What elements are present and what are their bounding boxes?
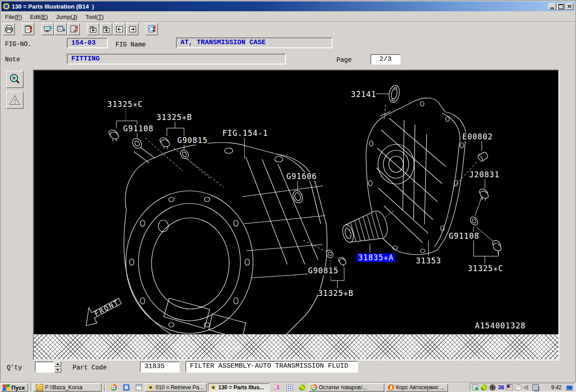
- fig-forward-button[interactable]: FIG.: [100, 23, 112, 35]
- part-label-G90815[interactable]: G90815: [177, 136, 207, 145]
- zoom-in-button[interactable]: [6, 71, 23, 88]
- diagram-panel: FRONT A154001328 31325✳CG9110831325✳BG90…: [33, 69, 559, 360]
- part-label-31325✳B[interactable]: 31325✳B: [318, 289, 354, 298]
- note-field[interactable]: FITTING: [67, 54, 286, 65]
- taskbar-button-остатки-товаров-[interactable]: Остатки товаров/...: [309, 383, 384, 392]
- desktop: 130 = Parts Illustration (B14 ) File(F)E…: [0, 0, 576, 392]
- close-icon: [567, 5, 571, 8]
- fig-no-field[interactable]: 154-03: [67, 38, 108, 48]
- part-label-31325✳C[interactable]: 31325✳C: [468, 264, 503, 273]
- preview-alert-button[interactable]: [146, 23, 158, 35]
- taskbar-divider: [104, 384, 106, 391]
- maximize-icon: [558, 4, 563, 9]
- part-label-G91108[interactable]: G91108: [123, 125, 153, 133]
- part-label-31325✳C[interactable]: 31325✳C: [107, 100, 143, 109]
- taskbar-button-label: F:\!Baza_Korsa: [45, 384, 83, 391]
- menu-jump[interactable]: Jump(J): [52, 13, 82, 21]
- part-name-field[interactable]: FILTER ASSEMBLY-AUTO TRANSMISSION FLUID: [185, 361, 358, 373]
- warning-button[interactable]: [6, 92, 23, 109]
- taskbar-button-label: Остатки товаров/...: [319, 384, 367, 391]
- bolt-glyph: [476, 188, 490, 202]
- icq-icon[interactable]: [299, 384, 305, 391]
- page-field[interactable]: 2/3: [370, 54, 401, 65]
- speaker-icon[interactable]: [524, 384, 530, 391]
- start-button[interactable]: Пуск: [1, 383, 28, 392]
- people-icon[interactable]: [123, 384, 129, 391]
- part-label-G90815[interactable]: G90815: [308, 267, 338, 275]
- part-label-31353[interactable]: 31353: [416, 257, 441, 265]
- fig-name-label: FIG Name: [115, 41, 146, 48]
- part-code-label: Part Code: [73, 364, 107, 371]
- fig-back-button[interactable]: FIG.: [87, 23, 99, 35]
- o-ring-glyph: [291, 189, 304, 204]
- fig-window-icon: FIG: [56, 25, 65, 34]
- page-back-icon: [115, 25, 124, 34]
- taskbar-clock: 9:42: [551, 384, 562, 391]
- paint-icon[interactable]: [274, 384, 280, 391]
- qty-down-button[interactable]: [54, 367, 61, 373]
- taskbar-button-корс-автосервис-[interactable]: Корс Автосервис ...: [386, 383, 448, 392]
- diagram-canvas[interactable]: FRONT A154001328 31325✳CG9110831325✳BG90…: [34, 70, 558, 334]
- taskbar-button-label: 130 = Parts Illus...: [218, 384, 264, 391]
- qty-label: Q'ty: [7, 364, 22, 371]
- part-label-J20831[interactable]: J20831: [469, 171, 499, 179]
- print-button[interactable]: [3, 23, 15, 35]
- page-back-button[interactable]: [113, 23, 125, 35]
- display-icon[interactable]: [566, 385, 573, 391]
- notepad-icon[interactable]: [136, 384, 142, 391]
- close-button[interactable]: [566, 3, 573, 10]
- part-code-field[interactable]: 31835: [140, 361, 180, 373]
- page-forward-button[interactable]: [126, 23, 138, 35]
- icq-icon[interactable]: [481, 384, 487, 391]
- menu-file[interactable]: File(F): [1, 13, 27, 21]
- tray-36-icon[interactable]: 36: [498, 384, 504, 391]
- fig-window-button[interactable]: FIG: [55, 23, 67, 35]
- taskbar-button-f-baza_korsa[interactable]: F:\!Baza_Korsa: [34, 383, 101, 392]
- part-label-FIG.154-1[interactable]: FIG.154-1: [222, 129, 268, 138]
- chrome-icon[interactable]: [111, 384, 117, 391]
- taskbar-button-010-retrieve-pa-[interactable]: 010 = Retrieve Pa...: [145, 383, 207, 392]
- bolt-glyph: [157, 136, 171, 150]
- minimize-button[interactable]: [548, 3, 556, 10]
- screen-transfer-button[interactable]: [41, 23, 54, 35]
- part-label-31835✳A[interactable]: 31835✳A: [357, 254, 395, 262]
- warning-icon: [8, 93, 22, 107]
- page-label: Page: [336, 56, 352, 64]
- screw-glyph: [489, 239, 505, 255]
- note-label: Note: [5, 56, 20, 63]
- part-label-32141[interactable]: 32141: [351, 90, 376, 99]
- menu-tool[interactable]: Tool(T): [82, 13, 108, 21]
- qty-field[interactable]: [35, 361, 54, 373]
- maximize-button[interactable]: [557, 3, 565, 10]
- menu-edit[interactable]: Edit(E): [27, 13, 53, 21]
- app-icon: [3, 3, 10, 10]
- start-label: Пуск: [11, 384, 25, 391]
- taskbar-button-label: Корс Автосервис ...: [396, 384, 445, 391]
- fox-icon: [388, 384, 394, 391]
- title-bar: 130 = Parts Illustration (B14 ): [1, 1, 575, 11]
- part-label-G91108[interactable]: G91108: [449, 232, 479, 240]
- qty-up-button[interactable]: [54, 361, 61, 367]
- network-icon[interactable]: [532, 384, 539, 391]
- hatch-strip: [34, 334, 558, 360]
- svg-text:FIG: FIG: [58, 28, 62, 30]
- down-arrow-icon: [56, 369, 59, 371]
- taskbar-items: F:\!Baza_Korsa010 = Retrieve Pa...130 = …: [34, 383, 449, 392]
- fig-name-field[interactable]: AT, TRANSMISSION CASE: [176, 37, 332, 48]
- svg-text:FIG.: FIG.: [90, 25, 95, 28]
- part-label-31325✳B[interactable]: 31325✳B: [157, 113, 192, 122]
- taskbar: Пуск F:\!Baza_Korsa010 = Retrieve Pa...1…: [0, 383, 576, 392]
- taskbar-button-130-parts-illus-[interactable]: 130 = Parts Illus...: [208, 383, 269, 392]
- mouse-icon[interactable]: [515, 384, 521, 391]
- edit-list-button[interactable]: [22, 23, 34, 35]
- usflag-icon[interactable]: [507, 384, 513, 391]
- window-title: 130 = Parts Illustration (B14 ): [12, 3, 548, 10]
- part-label-E00802[interactable]: E00802: [462, 133, 493, 141]
- folder-icon: [36, 384, 43, 391]
- part-label-G91606[interactable]: G91606: [286, 172, 317, 181]
- usb-icon[interactable]: [472, 384, 479, 391]
- page-edit-button[interactable]: [68, 23, 80, 35]
- flag-icon[interactable]: [541, 384, 547, 391]
- spider-icon[interactable]: [489, 384, 496, 391]
- grid-icon[interactable]: [286, 384, 293, 391]
